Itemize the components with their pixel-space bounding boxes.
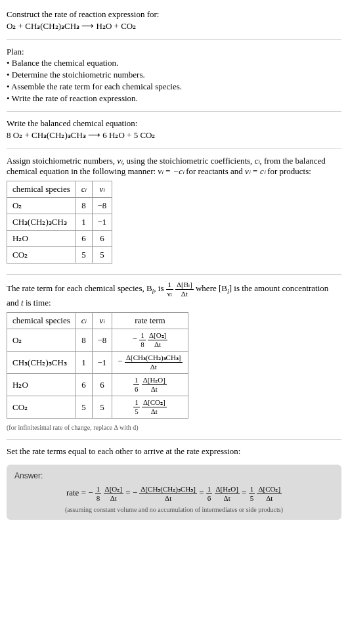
frac-dBi-dt: Δ[Bᵢ] Δt [175, 281, 194, 298]
cell-nui: 5 [92, 247, 112, 264]
text: Assign stoichiometric numbers, [7, 156, 117, 166]
frac-den: 5 [249, 494, 255, 502]
cell-species: H₂O [7, 374, 76, 396]
col-rate: rate term [112, 313, 188, 329]
divider [7, 439, 341, 440]
table-header-row: chemical species cᵢ νᵢ [7, 181, 112, 198]
stoich-section: Assign stoichiometric numbers, νᵢ, using… [7, 152, 341, 271]
divider [7, 111, 341, 112]
frac-den: Δt [215, 494, 240, 502]
frac-conc: Δ[CO₂]Δt [142, 399, 167, 415]
text: for reactants and [184, 166, 245, 176]
equals: = [242, 488, 249, 497]
frac-den: Δt [104, 494, 123, 502]
cell-ci: 1 [76, 214, 92, 231]
frac-num: Δ[CH₃(CH₂)₃CH₃] [125, 354, 183, 363]
frac-coef: 16 [206, 486, 213, 502]
frac-num: 1 [139, 332, 146, 340]
divider [7, 274, 341, 275]
table-header-row: chemical species cᵢ νᵢ rate term [7, 313, 188, 329]
text: , using the stoichiometric coefficients, [122, 156, 255, 166]
frac-den: νᵢ [166, 290, 173, 298]
plan-section: Plan: Balance the chemical equation. Det… [7, 43, 341, 108]
frac-conc: Δ[CH₃(CH₂)₃CH₃]Δt [139, 486, 197, 502]
rate-term-intro: The rate term for each chemical species,… [7, 281, 341, 308]
cell-rate: − 18 Δ[O₂]Δt [112, 329, 188, 352]
table-row: H₂O 6 6 [7, 231, 112, 247]
nu-eq-c: νᵢ = cᵢ [245, 166, 265, 176]
rate-term-section: The rate term for each chemical species,… [7, 277, 341, 436]
frac-den: 6 [133, 385, 140, 393]
frac-den: Δt [125, 363, 183, 371]
neg-sign: − [118, 356, 122, 366]
final-intro: Set the rate terms equal to each other t… [7, 446, 341, 457]
balanced-equation: 8 O₂ + CH₃(CH₂)₃CH₃ ⟶ 6 H₂O + 5 CO₂ [7, 129, 341, 142]
frac-num: 1 [206, 486, 213, 494]
frac-den: Δt [139, 494, 197, 502]
cell-nui: −8 [92, 329, 112, 352]
table-row: CH₃(CH₂)₃CH₃ 1 −1 − Δ[CH₃(CH₂)₃CH₃]Δt [7, 352, 188, 374]
cell-nui: −1 [92, 352, 112, 374]
frac-conc: Δ[H₂O]Δt [142, 377, 167, 393]
frac-coef: 18 [139, 332, 146, 348]
frac-den: Δt [148, 340, 167, 348]
frac-num: Δ[O₂] [104, 486, 123, 494]
cell-rate: 16 Δ[H₂O]Δt [112, 374, 188, 396]
divider [7, 149, 341, 149]
frac-den: 5 [133, 407, 140, 415]
cell-nui: 6 [92, 231, 112, 247]
nu-eq-neg-c: νᵢ = −cᵢ [158, 166, 184, 176]
divider [7, 39, 341, 40]
cell-species: CO₂ [7, 247, 76, 264]
text: is time: [24, 298, 51, 308]
cell-species: CH₃(CH₂)₃CH₃ [7, 352, 76, 374]
frac-num: Δ[CO₂] [142, 399, 167, 407]
rate-expression: rate = − 18 Δ[O₂]Δt = − Δ[CH₃(CH₂)₃CH₃]Δ… [14, 483, 334, 505]
cell-ci: 8 [76, 329, 92, 352]
frac-num: 1 [249, 486, 255, 494]
cell-ci: 8 [76, 198, 92, 214]
ci-label: cᵢ [81, 184, 87, 194]
frac-num: Δ[H₂O] [215, 486, 240, 494]
infinitesimal-note: (for infinitesimal rate of change, repla… [7, 423, 341, 432]
balanced-section: Write the balanced chemical equation: 8 … [7, 114, 341, 146]
col-species: chemical species [7, 181, 76, 198]
frac-one-over-nu: 1 νᵢ [166, 281, 173, 298]
cell-ci: 6 [76, 374, 92, 396]
text: , is [154, 283, 165, 293]
table-row: CO₂ 5 5 15 Δ[CO₂]Δt [7, 396, 188, 419]
neg-sign: − [133, 488, 137, 497]
text: where [B [196, 283, 227, 293]
frac-coef: 18 [95, 486, 102, 502]
stoich-intro: Assign stoichiometric numbers, νᵢ, using… [7, 156, 341, 177]
answer-label: Answer: [14, 471, 334, 480]
plan-item: Assemble the rate term for each chemical… [7, 81, 341, 93]
plan-item: Write the rate of reaction expression. [7, 93, 341, 104]
frac-num: Δ[CO₂] [257, 486, 282, 494]
cell-rate: − Δ[CH₃(CH₂)₃CH₃]Δt [112, 352, 188, 374]
cell-species: O₂ [7, 198, 76, 214]
frac-coef: 15 [133, 399, 140, 415]
cell-species: CO₂ [7, 396, 76, 419]
assumption-note: (assuming constant volume and no accumul… [14, 505, 334, 513]
nui-label: νᵢ [100, 315, 105, 325]
text: for products: [265, 166, 311, 176]
nu-i: νᵢ [117, 156, 122, 166]
frac-num: Δ[Bᵢ] [175, 281, 194, 290]
frac-den: 8 [95, 494, 102, 502]
cell-nui: 6 [92, 374, 112, 396]
stoich-table: chemical species cᵢ νᵢ O₂ 8 −8 CH₃(CH₂)₃… [7, 181, 112, 264]
frac-conc: Δ[H₂O]Δt [215, 486, 240, 502]
frac-coef: 16 [133, 377, 140, 393]
frac-num: 1 [133, 399, 140, 407]
frac-conc: Δ[O₂]Δt [148, 332, 167, 348]
frac-num: 1 [95, 486, 102, 494]
neg-sign: − [88, 488, 93, 497]
table-row: CO₂ 5 5 [7, 247, 112, 264]
plan-title: Plan: [7, 47, 341, 57]
plan-item: Determine the stoichiometric numbers. [7, 69, 341, 81]
neg-sign: − [133, 334, 137, 344]
equals: = [199, 488, 206, 497]
frac-num: 1 [166, 281, 173, 290]
col-ci: cᵢ [76, 313, 92, 329]
